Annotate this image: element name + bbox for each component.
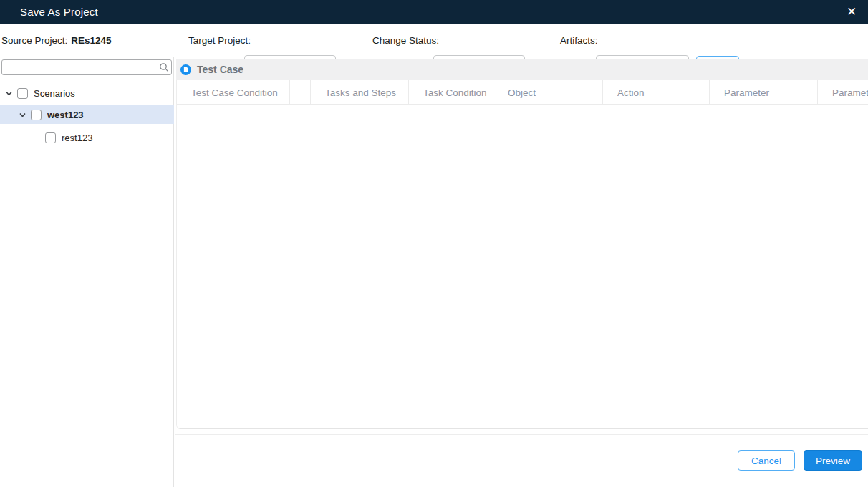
tree-item-scenarios[interactable]: Scenarios: [0, 85, 174, 102]
close-icon[interactable]: ✕: [842, 0, 861, 24]
dialog-title: Save As Project: [20, 6, 98, 18]
source-project-label: Source Project: REs1245: [1, 24, 112, 57]
west123-checkbox[interactable]: [31, 110, 42, 120]
column-header-action: Action: [603, 80, 710, 105]
test-case-table: Test Case Condition Tasks and Steps Task…: [176, 80, 868, 429]
scenarios-checkbox[interactable]: [17, 88, 28, 99]
change-status-label: Change Status:: [372, 24, 439, 57]
column-header-task-condition: Task Condition: [409, 80, 493, 105]
artifacts-label: Artifacts:: [560, 24, 598, 57]
tree-item-label: Scenarios: [34, 88, 75, 99]
dialog-header: Save As Project ✕: [0, 0, 868, 24]
tree-item-west123[interactable]: west123: [0, 105, 174, 124]
tree-item-label: rest123: [62, 132, 92, 143]
search-icon: [157, 62, 171, 72]
column-header-blank: [290, 80, 311, 105]
column-header-parameter: Parameter: [710, 80, 818, 105]
section-title: Test Case: [197, 64, 243, 75]
tree-item-label: west123: [47, 110, 84, 120]
column-header-object: Object: [493, 80, 603, 105]
column-header-parameter-2: Parameter: [818, 80, 868, 105]
toolbar: Source Project: REs1245 Target Project: …: [0, 24, 868, 57]
source-project-caption: Source Project:: [1, 35, 67, 46]
footer-divider: [175, 434, 868, 435]
chevron-down-icon[interactable]: [4, 88, 14, 98]
test-case-icon: [180, 64, 191, 75]
rest123-checkbox[interactable]: [45, 132, 56, 143]
preview-button[interactable]: Preview: [804, 450, 862, 471]
column-header-test-case-condition: Test Case Condition: [177, 80, 290, 105]
section-bar: Test Case: [176, 59, 868, 80]
tree-item-rest123[interactable]: rest123: [0, 129, 174, 146]
source-project-value: REs1245: [71, 35, 111, 46]
search-input[interactable]: [2, 61, 157, 74]
cancel-button[interactable]: Cancel: [738, 450, 795, 471]
target-project-label: Target Project:: [188, 24, 251, 57]
table-header-row: Test Case Condition Tasks and Steps Task…: [177, 80, 868, 105]
sidebar: Scenarios west123 rest123: [0, 57, 174, 487]
table-body-empty: [177, 105, 868, 428]
column-header-tasks-and-steps: Tasks and Steps: [311, 80, 409, 105]
chevron-down-icon[interactable]: [17, 110, 27, 120]
search-box: [1, 59, 172, 75]
